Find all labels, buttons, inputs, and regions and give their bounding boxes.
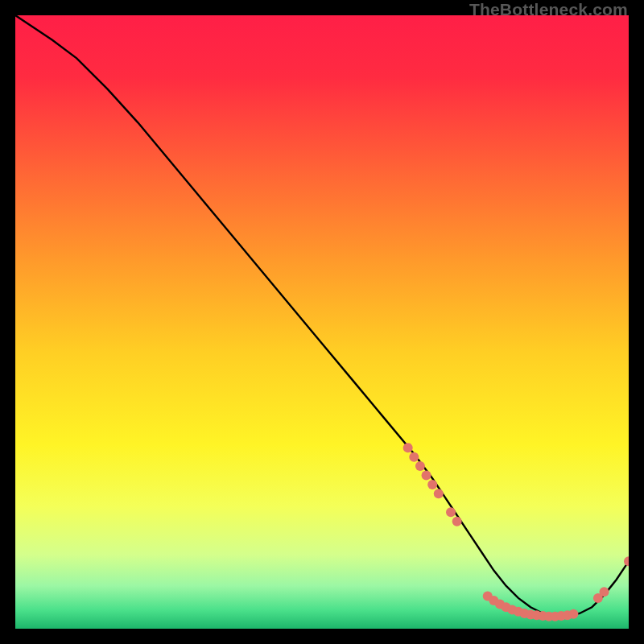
curve-marker [409,452,419,462]
curve-marker [427,480,437,489]
chart-frame: TheBottleneck.com [0,0,644,644]
curve-marker [568,609,578,619]
curve-marker [403,443,413,452]
curve-marker [600,587,609,597]
curve-marker [422,471,431,481]
curve-marker [446,507,456,517]
watermark-text: TheBottleneck.com [469,0,628,19]
chart-plot-area [15,15,629,629]
chart-svg [15,15,629,629]
curve-marker [434,489,444,498]
chart-background [15,15,629,629]
curve-marker [452,517,462,526]
curve-marker [415,461,425,471]
